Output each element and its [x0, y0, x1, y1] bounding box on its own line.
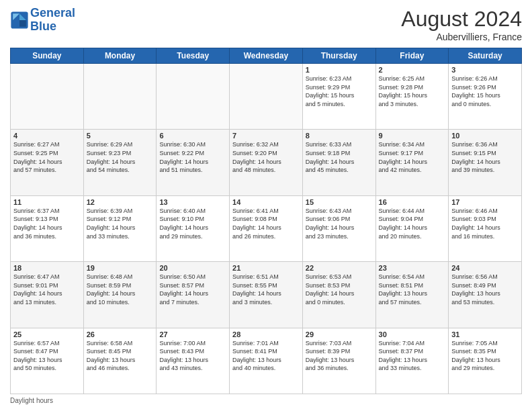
day-info: Sunrise: 6:56 AM Sunset: 8:49 PM Dayligh… — [451, 273, 519, 306]
day-number: 25 — [13, 330, 81, 338]
calendar-cell: 17Sunrise: 6:46 AM Sunset: 9:03 PM Dayli… — [449, 195, 522, 261]
day-info: Sunrise: 6:50 AM Sunset: 8:57 PM Dayligh… — [159, 273, 226, 306]
day-info: Sunrise: 6:36 AM Sunset: 9:15 PM Dayligh… — [451, 140, 519, 174]
month-title: August 2024 — [401, 7, 522, 32]
day-number: 13 — [159, 198, 226, 206]
calendar-cell: 3Sunrise: 6:26 AM Sunset: 9:26 PM Daylig… — [449, 64, 522, 130]
calendar-header-monday: Monday — [83, 48, 157, 64]
calendar-cell: 26Sunrise: 6:58 AM Sunset: 8:45 PM Dayli… — [83, 328, 157, 394]
day-number: 1 — [306, 66, 373, 74]
day-info: Sunrise: 6:44 AM Sunset: 9:04 PM Dayligh… — [379, 207, 446, 240]
calendar-cell: 9Sunrise: 6:34 AM Sunset: 9:17 PM Daylig… — [375, 130, 449, 195]
day-number: 9 — [379, 132, 446, 140]
calendar-cell: 23Sunrise: 6:54 AM Sunset: 8:51 PM Dayli… — [375, 262, 449, 328]
svg-marker-2 — [19, 20, 26, 27]
day-number: 29 — [306, 330, 373, 338]
calendar-cell: 10Sunrise: 6:36 AM Sunset: 9:15 PM Dayli… — [449, 130, 522, 195]
day-number: 11 — [13, 198, 81, 206]
logo: General Blue — [10, 7, 75, 34]
calendar-cell: 6Sunrise: 6:30 AM Sunset: 9:22 PM Daylig… — [157, 130, 230, 195]
day-info: Sunrise: 6:32 AM Sunset: 9:20 PM Dayligh… — [232, 140, 300, 174]
day-info: Sunrise: 6:27 AM Sunset: 9:25 PM Dayligh… — [13, 140, 81, 174]
calendar-cell: 25Sunrise: 6:57 AM Sunset: 8:47 PM Dayli… — [11, 328, 84, 394]
day-number: 28 — [232, 330, 300, 338]
day-number: 12 — [87, 198, 154, 206]
day-info: Sunrise: 6:33 AM Sunset: 9:18 PM Dayligh… — [306, 140, 373, 174]
calendar-cell: 21Sunrise: 6:51 AM Sunset: 8:55 PM Dayli… — [230, 262, 303, 328]
logo-text: General Blue — [30, 7, 75, 34]
day-number: 24 — [451, 264, 519, 272]
calendar-header-wednesday: Wednesday — [230, 48, 303, 64]
day-number: 14 — [232, 198, 300, 206]
day-info: Sunrise: 7:00 AM Sunset: 8:43 PM Dayligh… — [159, 339, 226, 373]
calendar-week-4: 18Sunrise: 6:47 AM Sunset: 9:01 PM Dayli… — [11, 262, 522, 328]
day-number: 20 — [159, 264, 226, 272]
location: Aubervilliers, France — [401, 32, 522, 42]
calendar-cell: 1Sunrise: 6:23 AM Sunset: 9:29 PM Daylig… — [302, 64, 375, 130]
calendar-cell: 4Sunrise: 6:27 AM Sunset: 9:25 PM Daylig… — [11, 130, 84, 195]
calendar-week-1: 1Sunrise: 6:23 AM Sunset: 9:29 PM Daylig… — [11, 64, 522, 130]
calendar-cell: 2Sunrise: 6:25 AM Sunset: 9:28 PM Daylig… — [375, 64, 449, 130]
calendar-cell: 30Sunrise: 7:04 AM Sunset: 8:37 PM Dayli… — [375, 328, 449, 394]
calendar-cell: 15Sunrise: 6:43 AM Sunset: 9:06 PM Dayli… — [302, 195, 375, 261]
calendar-cell: 7Sunrise: 6:32 AM Sunset: 9:20 PM Daylig… — [230, 130, 303, 195]
calendar-cell: 14Sunrise: 6:41 AM Sunset: 9:08 PM Dayli… — [230, 195, 303, 261]
calendar-cell: 11Sunrise: 6:37 AM Sunset: 9:13 PM Dayli… — [11, 195, 84, 261]
calendar-cell: 8Sunrise: 6:33 AM Sunset: 9:18 PM Daylig… — [302, 130, 375, 195]
calendar-cell: 20Sunrise: 6:50 AM Sunset: 8:57 PM Dayli… — [157, 262, 230, 328]
calendar-week-3: 11Sunrise: 6:37 AM Sunset: 9:13 PM Dayli… — [11, 195, 522, 261]
calendar-cell: 19Sunrise: 6:48 AM Sunset: 8:59 PM Dayli… — [83, 262, 157, 328]
day-number: 23 — [379, 264, 446, 272]
day-number: 27 — [159, 330, 226, 338]
day-info: Sunrise: 6:25 AM Sunset: 9:28 PM Dayligh… — [379, 75, 446, 108]
day-number: 21 — [232, 264, 300, 272]
day-number: 15 — [306, 198, 373, 206]
calendar-week-5: 25Sunrise: 6:57 AM Sunset: 8:47 PM Dayli… — [11, 328, 522, 394]
calendar-header-thursday: Thursday — [302, 48, 375, 64]
day-number: 10 — [451, 132, 519, 140]
day-info: Sunrise: 6:37 AM Sunset: 9:13 PM Dayligh… — [13, 207, 81, 240]
day-number: 8 — [306, 132, 373, 140]
calendar-cell: 18Sunrise: 6:47 AM Sunset: 9:01 PM Dayli… — [11, 262, 84, 328]
calendar-header-saturday: Saturday — [449, 48, 522, 64]
calendar-cell: 24Sunrise: 6:56 AM Sunset: 8:49 PM Dayli… — [449, 262, 522, 328]
day-info: Sunrise: 7:01 AM Sunset: 8:41 PM Dayligh… — [232, 339, 300, 373]
day-number: 22 — [306, 264, 373, 272]
day-number: 26 — [87, 330, 154, 338]
svg-rect-3 — [13, 20, 19, 27]
day-number: 3 — [451, 66, 519, 74]
day-info: Sunrise: 6:53 AM Sunset: 8:53 PM Dayligh… — [306, 273, 373, 306]
calendar-cell: 16Sunrise: 6:44 AM Sunset: 9:04 PM Dayli… — [375, 195, 449, 261]
day-info: Sunrise: 6:46 AM Sunset: 9:03 PM Dayligh… — [451, 207, 519, 240]
day-info: Sunrise: 6:23 AM Sunset: 9:29 PM Dayligh… — [306, 75, 373, 108]
calendar-header-friday: Friday — [375, 48, 449, 64]
day-number: 31 — [451, 330, 519, 338]
day-number: 19 — [87, 264, 154, 272]
calendar-cell — [157, 64, 230, 130]
title-block: August 2024 Aubervilliers, France — [401, 7, 522, 42]
footer-note: Daylight hours — [10, 397, 522, 404]
calendar-header-tuesday: Tuesday — [157, 48, 230, 64]
day-info: Sunrise: 6:51 AM Sunset: 8:55 PM Dayligh… — [232, 273, 300, 306]
day-info: Sunrise: 6:41 AM Sunset: 9:08 PM Dayligh… — [232, 207, 300, 240]
day-number: 6 — [159, 132, 226, 140]
day-number: 16 — [379, 198, 446, 206]
day-number: 30 — [379, 330, 446, 338]
day-number: 5 — [87, 132, 154, 140]
day-info: Sunrise: 6:54 AM Sunset: 8:51 PM Dayligh… — [379, 273, 446, 306]
calendar-cell: 12Sunrise: 6:39 AM Sunset: 9:12 PM Dayli… — [83, 195, 157, 261]
calendar-cell: 5Sunrise: 6:29 AM Sunset: 9:23 PM Daylig… — [83, 130, 157, 195]
day-number: 2 — [379, 66, 446, 74]
day-info: Sunrise: 7:03 AM Sunset: 8:39 PM Dayligh… — [306, 339, 373, 373]
day-info: Sunrise: 6:48 AM Sunset: 8:59 PM Dayligh… — [87, 273, 154, 306]
day-info: Sunrise: 7:04 AM Sunset: 8:37 PM Dayligh… — [379, 339, 446, 373]
day-info: Sunrise: 6:58 AM Sunset: 8:45 PM Dayligh… — [87, 339, 154, 373]
calendar-cell: 29Sunrise: 7:03 AM Sunset: 8:39 PM Dayli… — [302, 328, 375, 394]
day-info: Sunrise: 6:47 AM Sunset: 9:01 PM Dayligh… — [13, 273, 81, 306]
calendar-cell — [230, 64, 303, 130]
day-number: 18 — [13, 264, 81, 272]
day-info: Sunrise: 6:43 AM Sunset: 9:06 PM Dayligh… — [306, 207, 373, 240]
day-info: Sunrise: 6:26 AM Sunset: 9:26 PM Dayligh… — [451, 75, 519, 108]
day-number: 4 — [13, 132, 81, 140]
day-info: Sunrise: 7:05 AM Sunset: 8:35 PM Dayligh… — [451, 339, 519, 373]
